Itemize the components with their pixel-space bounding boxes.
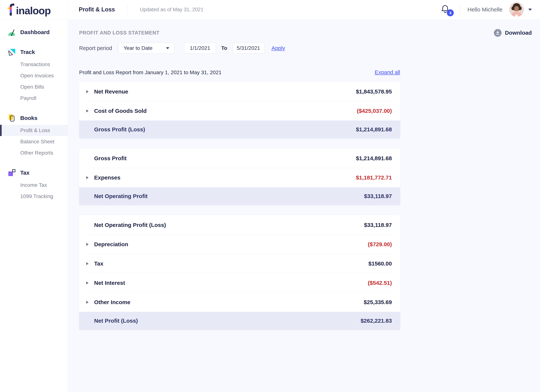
avatar-image [509, 2, 524, 17]
row-label: Net Profit (Loss) [94, 318, 138, 324]
sidebar-item-transactions[interactable]: Transactions [0, 59, 68, 70]
row-label: Expenses [94, 174, 120, 181]
to-label: To [221, 45, 227, 51]
date-to-input[interactable] [232, 43, 264, 54]
sidebar-item-dashboard[interactable]: Dashboard [0, 27, 68, 38]
table-total-row: Gross Profit (Loss) $1,214,891.68 [79, 120, 400, 139]
row-label: Depreciation [94, 241, 128, 248]
table-row[interactable]: Cost of Goods Sold ($425,037.00) [79, 101, 400, 120]
row-amount: ($425,037.00) [357, 108, 392, 114]
sidebar-item-label: Dashboard [20, 29, 50, 35]
sidebar-item-1099-tracking[interactable]: 1099 Tracking [0, 191, 68, 202]
caret-right-icon[interactable] [86, 109, 89, 112]
tax-box-icon [8, 169, 16, 177]
logo-wordmark: inaloop [16, 6, 51, 16]
report-period-value: Year to Date [124, 45, 153, 51]
expand-all-link[interactable]: Expand all [375, 69, 400, 75]
row-label: Tax [94, 260, 103, 267]
top-bar: inaloop Profit & Loss Updated as of May … [0, 0, 540, 19]
caret-right-icon[interactable] [86, 90, 89, 93]
row-amount: $33,118.97 [364, 193, 392, 199]
row-label: Gross Profit [94, 155, 127, 162]
download-button[interactable]: Download [494, 29, 532, 37]
sidebar: Dashboard Track Transactions Open Invoic… [0, 19, 68, 392]
table-row[interactable]: Depreciation ($729.00) [79, 235, 400, 254]
table-total-row: Net Profit (Loss) $262,221.83 [79, 312, 400, 330]
divider [127, 4, 128, 15]
row-label: Net Interest [94, 280, 125, 286]
row-amount: $1560.00 [368, 260, 392, 267]
book-icon [8, 114, 16, 122]
caret-right-icon[interactable] [86, 282, 89, 284]
sidebar-item-payroll[interactable]: Payroll [0, 93, 68, 104]
row-label: Other Income [94, 299, 130, 305]
table-row[interactable]: Net Revenue $1,843,578.95 [79, 82, 400, 101]
statement-title: PROFIT AND LOSS STATEMENT [79, 30, 160, 36]
table-row: Gross Profit $1,214,891.68 [79, 149, 400, 168]
download-label: Download [505, 30, 532, 36]
row-amount: $33,118.97 [364, 222, 392, 228]
row-label: Gross Profit (Loss) [94, 126, 145, 133]
row-amount: $1,214,891.68 [356, 126, 392, 133]
row-amount: ($729.00) [368, 241, 392, 248]
row-label: Net Operating Profit (Loss) [94, 222, 166, 228]
gauge-icon [8, 28, 16, 37]
sidebar-item-other-reports[interactable]: Other Reports [0, 147, 68, 159]
finaloop-logo[interactable]: inaloop [7, 3, 51, 16]
row-label: Net Revenue [94, 89, 128, 95]
table-row: Net Operating Profit (Loss) $33,118.97 [79, 215, 400, 235]
sidebar-section-label: Track [20, 49, 35, 55]
finaloop-f-icon [7, 3, 16, 16]
divider [460, 4, 460, 15]
report-range-title: Profit and Loss Report from January 1, 2… [79, 69, 222, 75]
caret-right-icon[interactable] [86, 301, 89, 304]
top-bar-main: Profit & Loss Updated as of May 31, 2021… [68, 0, 540, 19]
row-amount: $1,181,772.71 [356, 174, 392, 181]
row-amount: $262,221.83 [360, 318, 392, 324]
updated-as-of-text: Updated as of May 31, 2021 [140, 7, 203, 13]
sidebar-section-label: Tax [20, 169, 30, 176]
pnl-card-operating: Gross Profit $1,214,891.68 Expenses $1,1… [79, 149, 400, 205]
sidebar-item-profit-and-loss[interactable]: Profit & Loss [0, 125, 68, 136]
notification-count-badge: 3 [447, 9, 454, 16]
date-from-input[interactable] [184, 43, 216, 54]
row-amount: ($542.51) [368, 280, 392, 286]
page-title: Profit & Loss [79, 6, 115, 13]
table-total-row: Net Operating Profit $33,118.97 [79, 187, 400, 205]
logo-area: inaloop [0, 0, 68, 19]
sidebar-section-label: Books [20, 115, 38, 121]
greeting-text: Hello Michelle [467, 6, 502, 13]
row-label: Net Operating Profit [94, 193, 148, 199]
table-row[interactable]: Net Interest ($542.51) [79, 273, 400, 293]
report-period-label: Report period [79, 45, 112, 51]
table-row[interactable]: Expenses $1,181,772.71 [79, 168, 400, 187]
sidebar-section-track[interactable]: Track [0, 46, 68, 58]
sidebar-item-open-bills[interactable]: Open Bills [0, 81, 68, 93]
apply-link[interactable]: Apply [271, 45, 285, 51]
sidebar-item-open-invoices[interactable]: Open Invoices [0, 70, 68, 81]
sidebar-section-tax[interactable]: Tax [0, 167, 68, 178]
row-amount: $1,843,578.95 [356, 89, 392, 95]
caret-right-icon[interactable] [86, 262, 89, 265]
pnl-card-revenue: Net Revenue $1,843,578.95 Cost of Goods … [79, 82, 400, 139]
pnl-card-net-profit: Net Operating Profit (Loss) $33,118.97 D… [79, 215, 400, 330]
send-icon [8, 48, 16, 56]
sidebar-item-income-tax[interactable]: Income Tax [0, 179, 68, 191]
chevron-down-icon [166, 47, 169, 49]
table-row[interactable]: Tax $1560.00 [79, 254, 400, 273]
row-amount: $25,335.69 [364, 299, 392, 305]
row-amount: $1,214,891.68 [356, 155, 392, 162]
report-period-select[interactable]: Year to Date [119, 43, 174, 54]
chevron-down-icon[interactable] [528, 9, 532, 11]
caret-right-icon[interactable] [86, 243, 89, 246]
sidebar-item-balance-sheet[interactable]: Balance Sheet [0, 136, 68, 147]
notifications-button[interactable]: 3 [440, 4, 450, 15]
sidebar-section-books[interactable]: Books [0, 112, 68, 124]
row-label: Cost of Goods Sold [94, 108, 147, 114]
user-avatar[interactable] [509, 2, 524, 17]
download-circle-icon [494, 29, 502, 37]
caret-right-icon[interactable] [86, 176, 89, 179]
table-row[interactable]: Other Income $25,335.69 [79, 293, 400, 312]
main-content: PROFIT AND LOSS STATEMENT Download Repor… [68, 19, 540, 392]
